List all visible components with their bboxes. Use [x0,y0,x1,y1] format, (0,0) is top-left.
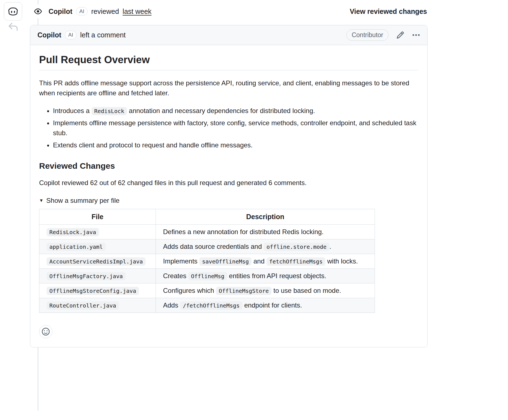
file-name-code: AccountServiceRedisImpl.java [47,257,146,266]
table-row: OfflineMsgFactory.java Creates OfflineMs… [39,269,375,283]
description-column-header: Description [156,209,375,225]
comment-author[interactable]: Copilot [37,31,61,39]
table-header-row: File Description [39,209,375,225]
description-cell: Implements saveOfflineMsg and fetchOffli… [156,254,375,269]
file-name-code: OfflineMsgFactory.java [47,272,126,280]
file-cell: application.yaml [39,239,156,254]
file-name-code: application.yaml [47,243,106,251]
pr-overview-intro: This PR adds offline message support acr… [39,78,418,98]
kebab-horizontal-icon [412,31,420,39]
table-row: RouteController.java Adds /fetchOfflineM… [39,298,375,313]
bullet-item: Extends client and protocol to request a… [53,140,418,150]
add-reaction-button[interactable] [39,325,52,338]
triangle-down-icon: ▼ [39,197,44,204]
review-author[interactable]: Copilot [49,7,72,16]
comment-header: Copilot AI left a comment Contributor [30,25,427,45]
file-summary-table: File Description RedisLock.java Defines … [39,209,375,313]
inline-code: OfflineMsgStore [216,287,272,295]
eye-icon [31,4,45,18]
copilot-avatar[interactable] [4,2,22,21]
view-reviewed-changes-link[interactable]: View reviewed changes [350,7,427,16]
smiley-icon [42,328,50,336]
reviewed-changes-summary: Copilot reviewed 62 out of 62 changed fi… [39,178,418,188]
file-column-header: File [39,209,156,225]
table-row: application.yaml Adds data source creden… [39,239,375,254]
file-summary-details: ▼ Show a summary per file File Descripti… [39,196,418,313]
file-cell: RedisLock.java [39,225,156,239]
description-cell: Adds /fetchOfflineMsgs endpoint for clie… [156,298,375,313]
inline-code: offline.store.mode [264,243,329,251]
file-cell: AccountServiceRedisImpl.java [39,254,156,269]
review-time-link[interactable]: last week [123,7,151,16]
file-name-code: OfflineMsgStoreConfig.java [47,287,139,295]
pr-overview-bullets: Introduces a RedisLock annotation and ne… [39,106,418,150]
bullet-item: Introduces a RedisLock annotation and ne… [53,106,418,116]
file-summary-toggle[interactable]: ▼ Show a summary per file [39,196,418,206]
review-action-text: reviewed [91,7,119,16]
comment-body: Pull Request Overview This PR adds offli… [30,45,427,347]
description-cell: Defines a new annotation for distributed… [156,225,375,239]
ai-badge: AI [76,7,88,16]
edit-comment-button[interactable] [396,31,404,39]
pencil-icon [396,31,404,39]
copilot-robot-icon [7,6,19,17]
comment-action-text: left a comment [80,31,126,39]
file-name-code: RedisLock.java [47,228,99,236]
ai-badge: AI [65,31,77,39]
file-cell: OfflineMsgStoreConfig.java [39,283,156,298]
reply-icon[interactable] [8,22,18,33]
inline-code: fetchOfflineMsgs [266,257,326,266]
inline-code: RedisLock [92,107,127,115]
table-row: RedisLock.java Defines a new annotation … [39,225,375,239]
reviewed-changes-heading: Reviewed Changes [39,161,418,171]
description-cell: Adds data source credentials and offline… [156,239,375,254]
review-event-row: Copilot AI reviewed last week View revie… [31,4,427,18]
inline-code: /fetchOfflineMsgs [180,301,242,310]
file-summary-toggle-label: Show a summary per file [46,196,120,206]
file-cell: OfflineMsgFactory.java [39,269,156,283]
description-cell: Configures which OfflineMsgStore to use … [156,283,375,298]
description-cell: Creates OfflineMsg entities from API req… [156,269,375,283]
inline-code: OfflineMsg [188,272,227,280]
file-name-code: RouteController.java [47,301,119,310]
pr-overview-title: Pull Request Overview [39,54,418,70]
bullet-item: Implements offline message persistence w… [53,118,418,138]
table-row: OfflineMsgStoreConfig.java Configures wh… [39,283,375,298]
contributor-badge[interactable]: Contributor [346,29,388,41]
review-comment-card: Copilot AI left a comment Contributor [30,25,428,347]
comment-header-actions: Contributor [346,29,420,41]
inline-code: saveOfflineMsg [199,257,252,266]
file-cell: RouteController.java [39,298,156,313]
table-row: AccountServiceRedisImpl.java Implements … [39,254,375,269]
kebab-menu-button[interactable] [412,31,420,39]
